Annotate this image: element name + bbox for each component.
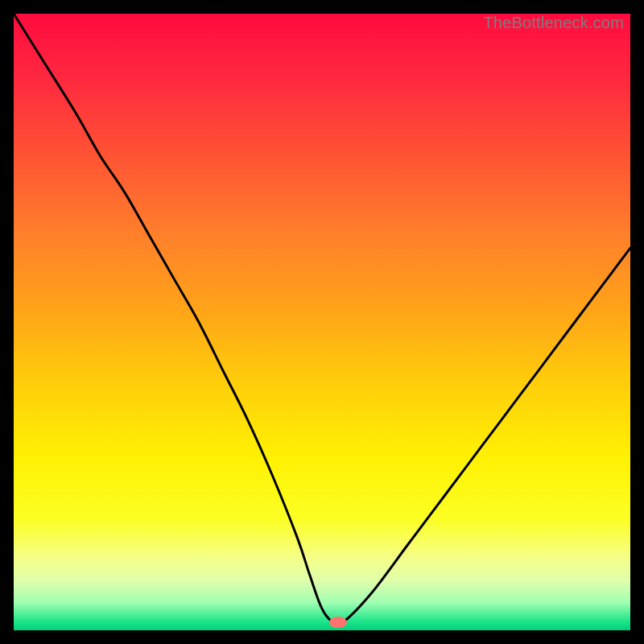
plot-area: TheBottleneck.com <box>14 14 630 630</box>
minimum-marker <box>329 617 347 628</box>
chart-frame: TheBottleneck.com <box>0 0 644 644</box>
bottleneck-chart-svg <box>14 14 630 630</box>
attribution-label: TheBottleneck.com <box>483 14 624 32</box>
gradient-background <box>14 14 630 630</box>
